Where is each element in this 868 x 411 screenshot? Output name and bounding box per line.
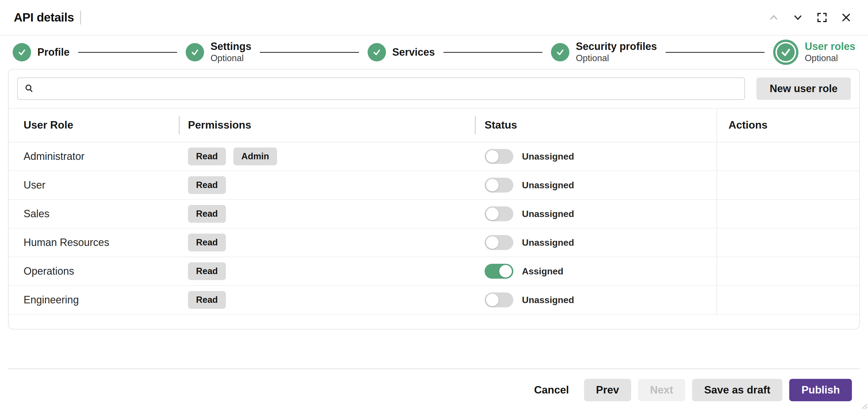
status-label: Unassigned	[522, 295, 574, 305]
permissions-cell: Read	[179, 286, 475, 314]
toggle-knob	[486, 207, 499, 220]
user-role-name: Sales	[9, 200, 179, 228]
permissions-cell: Read	[179, 200, 475, 228]
permission-chip-read: Read	[188, 262, 226, 280]
user-role-name: Operations	[9, 257, 179, 285]
permissions-cell: ReadAdmin	[179, 142, 475, 170]
status-cell: Unassigned	[475, 171, 716, 199]
assign-toggle[interactable]	[485, 293, 513, 307]
step-label: User roles	[805, 40, 855, 52]
permission-chip-admin: Admin	[234, 147, 277, 165]
step-connector	[666, 52, 765, 53]
user-role-name: Engineering	[9, 286, 179, 314]
status-cell: Assigned	[475, 257, 716, 285]
search-input[interactable]	[40, 78, 738, 99]
stepper-step-services[interactable]: Services	[368, 43, 435, 61]
assign-toggle[interactable]	[485, 206, 513, 221]
stepper-step-security-profiles[interactable]: Security profiles Optional	[551, 40, 657, 64]
resize-grip-icon[interactable]	[859, 401, 867, 410]
status-cell: Unassigned	[475, 142, 716, 170]
status-label: Unassigned	[522, 237, 574, 248]
user-roles-table: User Role Permissions Status Actions Adm…	[9, 108, 859, 315]
toolbar: New user role	[9, 69, 859, 108]
step-check-icon	[773, 40, 799, 65]
card-bottom-padding	[9, 315, 859, 329]
column-header-user-role: User Role	[9, 108, 179, 142]
step-sublabel: Optional	[805, 53, 855, 64]
table-row: Engineering Read Unassigned	[9, 286, 859, 315]
stepper-step-profile[interactable]: Profile	[13, 43, 69, 61]
step-check-icon	[13, 43, 31, 61]
user-role-name: Human Resources	[9, 229, 179, 256]
actions-cell	[716, 257, 859, 285]
step-connector	[260, 52, 359, 53]
actions-cell	[716, 286, 859, 314]
permission-chip-read: Read	[188, 147, 226, 165]
title-caret	[80, 11, 81, 24]
step-label: Services	[392, 46, 435, 58]
status-label: Assigned	[522, 266, 563, 277]
column-header-permissions: Permissions	[179, 108, 475, 142]
actions-cell	[716, 229, 859, 256]
table-row: Sales Read Unassigned	[9, 200, 859, 229]
chevron-down-icon[interactable]	[790, 9, 806, 26]
status-cell: Unassigned	[475, 286, 716, 314]
assign-toggle[interactable]	[485, 149, 513, 164]
permission-chip-read: Read	[188, 234, 226, 251]
step-connector	[443, 52, 542, 53]
status-label: Unassigned	[522, 151, 574, 162]
column-header-status: Status	[475, 108, 716, 142]
api-details-dialog: { "window": { "title": "API details", "c…	[0, 0, 868, 411]
step-sublabel: Optional	[576, 53, 657, 64]
toggle-knob	[486, 236, 499, 249]
step-check-icon	[368, 43, 386, 61]
table-body: Administrator ReadAdmin Unassigned User …	[9, 142, 859, 315]
table-row: User Read Unassigned	[9, 171, 859, 200]
actions-cell	[716, 142, 859, 170]
permission-chip-read: Read	[188, 176, 226, 194]
assign-toggle[interactable]	[485, 264, 513, 279]
stepper-step-settings[interactable]: Settings Optional	[186, 40, 251, 64]
status-label: Unassigned	[522, 209, 574, 219]
permission-chip-read: Read	[188, 291, 226, 309]
prev-button[interactable]: Prev	[584, 379, 631, 401]
chevron-up-icon[interactable]	[766, 9, 782, 26]
step-connector	[78, 52, 177, 53]
toggle-knob	[486, 179, 499, 192]
step-label: Settings	[210, 40, 251, 52]
new-user-role-button[interactable]: New user role	[756, 77, 851, 100]
permission-chip-read: Read	[188, 205, 226, 223]
actions-cell	[716, 171, 859, 199]
fullscreen-icon[interactable]	[814, 9, 830, 26]
user-role-name: User	[9, 171, 179, 199]
status-cell: Unassigned	[475, 229, 716, 256]
column-header-actions: Actions	[716, 108, 859, 142]
table-row: Operations Read Assigned	[9, 257, 859, 286]
footer-action-bar: CancelPrevNextSave as draftPublish	[8, 369, 860, 411]
actions-cell	[716, 200, 859, 228]
permissions-cell: Read	[179, 257, 475, 285]
window-title: API details	[14, 11, 74, 24]
window-controls	[766, 9, 854, 26]
close-icon[interactable]	[838, 9, 854, 26]
window-titlebar: API details	[0, 0, 868, 36]
publish-button[interactable]: Publish	[789, 379, 852, 401]
assign-toggle[interactable]	[485, 178, 513, 193]
search-icon	[24, 83, 34, 94]
step-label: Security profiles	[576, 40, 657, 52]
user-roles-panel: New user role User Role Permissions Stat…	[8, 69, 860, 330]
stepper-step-user-roles[interactable]: User roles Optional	[773, 40, 855, 65]
cancel-button[interactable]: Cancel	[526, 379, 577, 401]
save-as-draft-button[interactable]: Save as draft	[692, 379, 782, 401]
stepper: Profile Settings Optional Services Secur…	[0, 36, 868, 69]
toggle-knob	[499, 265, 512, 278]
step-label: Profile	[37, 46, 69, 58]
table-header-row: User Role Permissions Status Actions	[9, 108, 859, 142]
table-row: Administrator ReadAdmin Unassigned	[9, 142, 859, 171]
permissions-cell: Read	[179, 229, 475, 256]
permissions-cell: Read	[179, 171, 475, 199]
assign-toggle[interactable]	[485, 235, 513, 250]
search-box	[17, 77, 745, 100]
toggle-knob	[486, 294, 499, 306]
next-button[interactable]: Next	[638, 379, 685, 401]
